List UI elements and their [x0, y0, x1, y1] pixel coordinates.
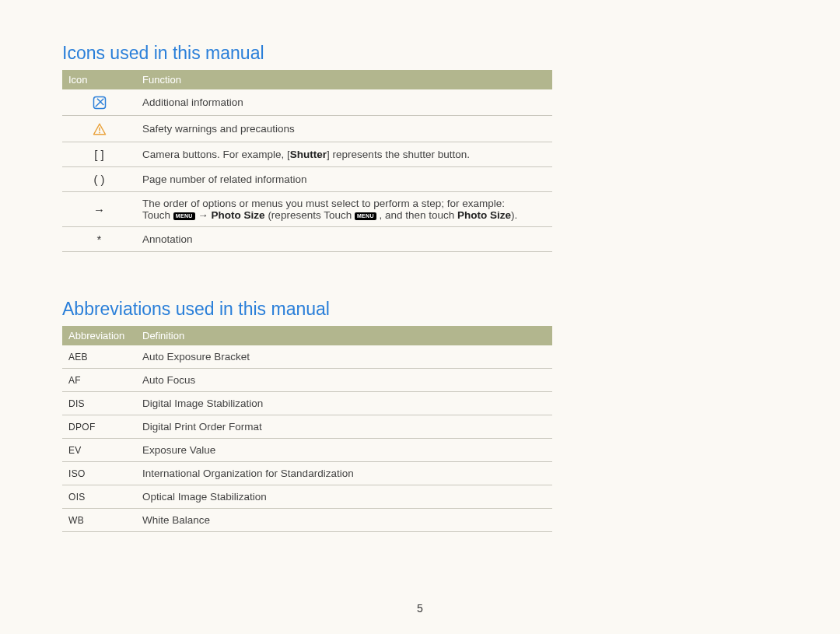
warning-icon — [62, 116, 136, 142]
function-text: Additional information — [136, 89, 552, 116]
abbreviations-heading: Abbreviations used in this manual — [62, 299, 778, 320]
asterisk-icon: * — [62, 227, 136, 252]
menu-chip-icon: MENU — [355, 212, 376, 220]
abbr-text: DPOF — [62, 415, 136, 439]
table-row: DISDigital Image Stabilization — [62, 392, 552, 415]
text-part: ). — [511, 209, 517, 221]
text-line: The order of options or menus you must s… — [142, 198, 546, 209]
abbr-text: ISO — [62, 462, 136, 485]
def-text: Optical Image Stabilization — [136, 485, 552, 509]
abbr-text: DIS — [62, 392, 136, 415]
table-row: → The order of options or menus you must… — [62, 192, 552, 227]
table-row: Safety warnings and precautions — [62, 116, 552, 142]
text-part: , and then touch — [376, 209, 457, 221]
bold-text: Photo Size — [212, 209, 265, 221]
table-row: AEBAuto Exposure Bracket — [62, 345, 552, 369]
table-row: OISOptical Image Stabilization — [62, 485, 552, 509]
abbr-text: OIS — [62, 485, 136, 509]
text-part: Touch — [142, 209, 173, 221]
table-row: Additional information — [62, 89, 552, 116]
abbr-header-abbreviation: Abbreviation — [62, 326, 136, 345]
bold-text: Shutter — [290, 149, 327, 160]
def-text: International Organization for Standardi… — [136, 462, 552, 485]
abbr-text: AF — [62, 369, 136, 392]
function-text: Page number of related information — [136, 167, 552, 192]
function-text: Annotation — [136, 227, 552, 252]
table-row: ( ) Page number of related information — [62, 167, 552, 192]
function-text: Camera buttons. For example, [Shutter] r… — [136, 142, 552, 167]
def-text: White Balance — [136, 509, 552, 532]
def-text: Digital Print Order Format — [136, 415, 552, 439]
table-row: * Annotation — [62, 227, 552, 252]
menu-chip-icon: MENU — [173, 212, 195, 220]
bold-text: Photo Size — [457, 209, 511, 221]
abbreviations-table: Abbreviation Definition AEBAuto Exposure… — [62, 326, 552, 532]
table-row: DPOFDigital Print Order Format — [62, 415, 552, 439]
icons-heading: Icons used in this manual — [62, 43, 778, 64]
abbr-header-definition: Definition — [136, 326, 552, 345]
icons-header-icon: Icon — [62, 70, 136, 89]
function-text: The order of options or menus you must s… — [136, 192, 552, 227]
parentheses-icon: ( ) — [62, 167, 136, 192]
text-part: (represents Touch — [265, 209, 355, 221]
function-text: Safety warnings and precautions — [136, 116, 552, 142]
abbr-text: EV — [62, 439, 136, 462]
def-text: Auto Exposure Bracket — [136, 345, 552, 369]
info-note-icon — [62, 89, 136, 116]
abbr-text: AEB — [62, 345, 136, 369]
abbr-text: WB — [62, 509, 136, 532]
def-text: Digital Image Stabilization — [136, 392, 552, 415]
svg-point-4 — [99, 132, 100, 134]
def-text: Exposure Value — [136, 439, 552, 462]
def-text: Auto Focus — [136, 369, 552, 392]
icons-section: Icons used in this manual Icon Function … — [62, 43, 778, 252]
table-row: AFAuto Focus — [62, 369, 552, 392]
table-row: EVExposure Value — [62, 439, 552, 462]
table-row: WBWhite Balance — [62, 509, 552, 532]
table-row: [ ] Camera buttons. For example, [Shutte… — [62, 142, 552, 167]
table-row: ISOInternational Organization for Standa… — [62, 462, 552, 485]
icons-table: Icon Function Additional information — [62, 70, 552, 252]
arrow-right-icon: → — [62, 192, 136, 227]
svg-line-1 — [95, 99, 103, 107]
text-part: Camera buttons. For example, [ — [142, 149, 290, 160]
text-part: ] represents the shutter button. — [327, 149, 470, 160]
abbreviations-section: Abbreviations used in this manual Abbrev… — [62, 299, 778, 532]
icons-header-function: Function — [136, 70, 552, 89]
page-number: 5 — [0, 602, 840, 615]
text-line: Touch MENU → Photo Size (represents Touc… — [142, 209, 546, 221]
text-part: → — [195, 209, 212, 221]
brackets-icon: [ ] — [62, 142, 136, 167]
